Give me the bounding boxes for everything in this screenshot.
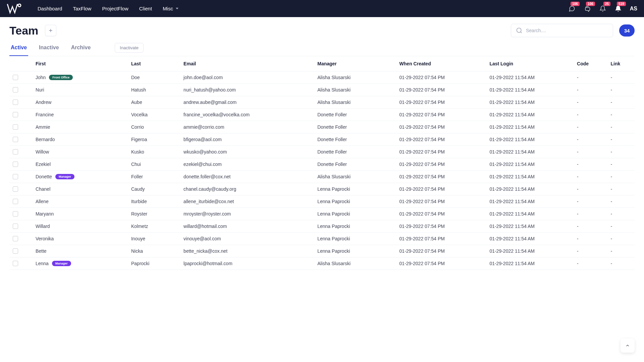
row-checkbox[interactable] (13, 137, 18, 142)
cell-link: - (607, 245, 635, 257)
nav-taxflow[interactable]: TaxFlow (68, 3, 96, 14)
col-email[interactable]: Email (180, 56, 314, 71)
col-last[interactable]: Last (128, 56, 180, 71)
table-row[interactable]: Bernardo Figeroa bfigeroa@aol.com Donett… (9, 133, 635, 146)
row-checkbox[interactable] (13, 211, 18, 217)
bell1-notifications[interactable]: 25 (599, 5, 606, 12)
table-row[interactable]: Bette Nicka bette_nicka@cox.net Lenna Pa… (9, 245, 635, 257)
avatar[interactable]: AS (630, 6, 637, 12)
chat2-badge: 106 (586, 2, 595, 6)
add-team-button[interactable] (45, 25, 56, 36)
row-checkbox[interactable] (13, 261, 18, 266)
col-first[interactable]: First (32, 56, 128, 71)
nav-dashboard[interactable]: Dashboard (33, 3, 67, 14)
col-code[interactable]: Code (574, 56, 607, 71)
table-row[interactable]: Maryann Royster mroyster@royster.com Len… (9, 208, 635, 220)
table-row[interactable]: Andrew Aube andrew.aube@gmail.com Alisha… (9, 96, 635, 109)
cell-email: mroyster@royster.com (180, 208, 314, 220)
cell-email: vinouye@aol.com (180, 233, 314, 245)
chat-notifications[interactable]: 106 (568, 5, 576, 12)
row-checkbox[interactable] (13, 124, 18, 130)
table-row[interactable]: Ammie Corrio ammie@corrio.com Donette Fo… (9, 121, 635, 133)
cell-code: - (574, 208, 607, 220)
cell-link: - (607, 158, 635, 171)
row-checkbox[interactable] (13, 174, 18, 179)
table-row[interactable]: Francine Vocelka francine_vocelka@vocelk… (9, 109, 635, 121)
search-input[interactable] (523, 28, 608, 33)
table-row[interactable]: Willard Kolmetz willard@hotmail.com Lenn… (9, 220, 635, 233)
cell-code: - (574, 133, 607, 146)
cell-last: Chui (128, 158, 180, 171)
cell-first: Andrew (36, 100, 51, 105)
table-row[interactable]: JohnFront Office Doe john.doe@aol.com Al… (9, 71, 635, 84)
role-badge: Front Office (49, 75, 73, 80)
row-checkbox[interactable] (13, 75, 18, 80)
cell-manager: Donette Foller (314, 109, 396, 121)
cell-login: 01-29-2022 11:54 AM (486, 84, 574, 96)
table-row[interactable]: LennaManager Paprocki lpaprocki@hotmail.… (9, 257, 635, 270)
cell-manager: Lenna Paprocki (314, 233, 396, 245)
cell-created: 01-29-2022 07:54 PM (396, 220, 486, 233)
tabs-row: Active Inactive Archive Inactivate (9, 41, 635, 56)
row-checkbox[interactable] (13, 162, 18, 167)
cell-created: 01-29-2022 07:54 PM (396, 109, 486, 121)
nav-projectflow[interactable]: ProjectFlow (97, 3, 133, 14)
cell-link: - (607, 96, 635, 109)
role-badge: Manager (52, 261, 71, 266)
row-checkbox[interactable] (13, 100, 18, 105)
cell-manager: Alisha Slusarski (314, 257, 396, 270)
col-manager[interactable]: Manager (314, 56, 396, 71)
row-checkbox[interactable] (13, 149, 18, 155)
col-link[interactable]: Link (607, 56, 635, 71)
row-checkbox[interactable] (13, 186, 18, 192)
nav-client[interactable]: Client (135, 3, 157, 14)
team-table: First Last Email Manager When Created La… (9, 56, 635, 270)
cell-link: - (607, 233, 635, 245)
chat-badge: 106 (571, 2, 580, 6)
table-row[interactable]: Nuri Hatush nuri_hatush@yahoo.com Alisha… (9, 84, 635, 96)
cell-first: Ezekiel (36, 162, 51, 167)
cell-email: lpaprocki@hotmail.com (180, 257, 314, 270)
bell2-notifications[interactable]: 519 (614, 5, 622, 12)
cell-link: - (607, 146, 635, 158)
table-row[interactable]: Willow Kusko wkusko@yahoo.com Donette Fo… (9, 146, 635, 158)
table-row[interactable]: Ezekiel Chui ezekiel@chui.com Donette Fo… (9, 158, 635, 171)
logo[interactable] (7, 2, 22, 15)
cell-last: Kusko (128, 146, 180, 158)
table-row[interactable]: Allene Iturbide allene_iturbide@cox.net … (9, 195, 635, 208)
cell-email: nuri_hatush@yahoo.com (180, 84, 314, 96)
bell2-badge: 519 (617, 2, 626, 6)
inactivate-button[interactable]: Inactivate (115, 43, 144, 53)
cell-manager: Lenna Paprocki (314, 208, 396, 220)
row-checkbox[interactable] (13, 112, 18, 117)
cell-first: Nuri (36, 87, 44, 93)
cell-login: 01-29-2022 11:54 AM (486, 183, 574, 195)
scroll-to-top-button[interactable] (621, 339, 635, 353)
cell-login: 01-29-2022 11:54 AM (486, 109, 574, 121)
col-when-created[interactable]: When Created (396, 56, 486, 71)
row-checkbox[interactable] (13, 87, 18, 93)
svg-point-0 (517, 28, 521, 33)
page-head-right: 34 (511, 24, 635, 37)
chat2-notifications[interactable]: 106 (584, 5, 591, 12)
table-row[interactable]: Veronika Inouye vinouye@aol.com Lenna Pa… (9, 233, 635, 245)
cell-created: 01-29-2022 07:54 PM (396, 71, 486, 84)
row-checkbox[interactable] (13, 236, 18, 241)
tab-active[interactable]: Active (9, 41, 28, 56)
cell-first: Ammie (36, 124, 50, 130)
tab-archive[interactable]: Archive (70, 41, 92, 56)
table-row[interactable]: Chanel Caudy chanel.caudy@caudy.org Lenn… (9, 183, 635, 195)
table-row[interactable]: DonetteManager Foller donette.foller@cox… (9, 171, 635, 183)
cell-code: - (574, 245, 607, 257)
col-last-login[interactable]: Last Login (486, 56, 574, 71)
chevron-up-icon (625, 343, 630, 348)
row-checkbox[interactable] (13, 248, 18, 254)
nav-misc[interactable]: Misc (158, 3, 183, 14)
tab-inactive[interactable]: Inactive (38, 41, 60, 56)
cell-first: Maryann (36, 211, 54, 217)
row-checkbox[interactable] (13, 224, 18, 229)
cell-manager: Alisha Slusarski (314, 84, 396, 96)
cell-login: 01-29-2022 11:54 AM (486, 208, 574, 220)
cell-manager: Lenna Paprocki (314, 195, 396, 208)
row-checkbox[interactable] (13, 199, 18, 204)
